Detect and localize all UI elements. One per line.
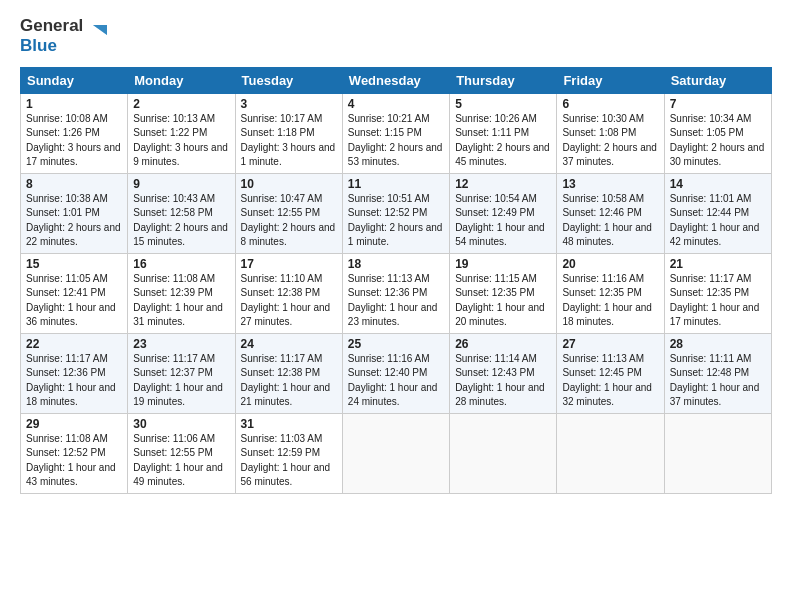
day-cell: 15Sunrise: 11:05 AM Sunset: 12:41 PM Day…	[21, 253, 128, 333]
day-cell: 29Sunrise: 11:08 AM Sunset: 12:52 PM Day…	[21, 413, 128, 493]
day-number: 29	[26, 417, 122, 431]
day-info: Sunrise: 11:17 AM Sunset: 12:36 PM Dayli…	[26, 352, 122, 410]
day-info: Sunrise: 10:43 AM Sunset: 12:58 PM Dayli…	[133, 192, 229, 250]
day-cell: 8Sunrise: 10:38 AM Sunset: 1:01 PM Dayli…	[21, 173, 128, 253]
day-number: 23	[133, 337, 229, 351]
day-cell: 5Sunrise: 10:26 AM Sunset: 1:11 PM Dayli…	[450, 93, 557, 173]
day-cell: 6Sunrise: 10:30 AM Sunset: 1:08 PM Dayli…	[557, 93, 664, 173]
day-cell: 31Sunrise: 11:03 AM Sunset: 12:59 PM Day…	[235, 413, 342, 493]
day-number: 18	[348, 257, 444, 271]
day-number: 30	[133, 417, 229, 431]
logo-general: General	[20, 16, 83, 35]
day-cell: 24Sunrise: 11:17 AM Sunset: 12:38 PM Day…	[235, 333, 342, 413]
day-info: Sunrise: 10:47 AM Sunset: 12:55 PM Dayli…	[241, 192, 337, 250]
week-row-2: 8Sunrise: 10:38 AM Sunset: 1:01 PM Dayli…	[21, 173, 772, 253]
logo-container: General Blue	[20, 16, 107, 57]
day-info: Sunrise: 10:08 AM Sunset: 1:26 PM Daylig…	[26, 112, 122, 170]
day-cell: 3Sunrise: 10:17 AM Sunset: 1:18 PM Dayli…	[235, 93, 342, 173]
header-cell-thursday: Thursday	[450, 67, 557, 93]
day-info: Sunrise: 10:54 AM Sunset: 12:49 PM Dayli…	[455, 192, 551, 250]
day-number: 15	[26, 257, 122, 271]
day-cell: 19Sunrise: 11:15 AM Sunset: 12:35 PM Day…	[450, 253, 557, 333]
day-cell	[342, 413, 449, 493]
header-cell-sunday: Sunday	[21, 67, 128, 93]
day-cell: 17Sunrise: 11:10 AM Sunset: 12:38 PM Day…	[235, 253, 342, 333]
day-info: Sunrise: 11:17 AM Sunset: 12:37 PM Dayli…	[133, 352, 229, 410]
day-cell: 20Sunrise: 11:16 AM Sunset: 12:35 PM Day…	[557, 253, 664, 333]
day-info: Sunrise: 11:16 AM Sunset: 12:35 PM Dayli…	[562, 272, 658, 330]
header-cell-tuesday: Tuesday	[235, 67, 342, 93]
day-cell: 1Sunrise: 10:08 AM Sunset: 1:26 PM Dayli…	[21, 93, 128, 173]
day-cell: 11Sunrise: 10:51 AM Sunset: 12:52 PM Day…	[342, 173, 449, 253]
day-cell: 4Sunrise: 10:21 AM Sunset: 1:15 PM Dayli…	[342, 93, 449, 173]
logo-blue: Blue	[20, 36, 57, 55]
day-number: 9	[133, 177, 229, 191]
day-info: Sunrise: 10:17 AM Sunset: 1:18 PM Daylig…	[241, 112, 337, 170]
day-info: Sunrise: 10:21 AM Sunset: 1:15 PM Daylig…	[348, 112, 444, 170]
day-cell: 9Sunrise: 10:43 AM Sunset: 12:58 PM Dayl…	[128, 173, 235, 253]
logo-text: General Blue	[20, 16, 83, 57]
day-info: Sunrise: 11:01 AM Sunset: 12:44 PM Dayli…	[670, 192, 766, 250]
day-cell: 2Sunrise: 10:13 AM Sunset: 1:22 PM Dayli…	[128, 93, 235, 173]
week-row-5: 29Sunrise: 11:08 AM Sunset: 12:52 PM Day…	[21, 413, 772, 493]
day-info: Sunrise: 11:03 AM Sunset: 12:59 PM Dayli…	[241, 432, 337, 490]
day-cell: 22Sunrise: 11:17 AM Sunset: 12:36 PM Day…	[21, 333, 128, 413]
day-info: Sunrise: 11:13 AM Sunset: 12:36 PM Dayli…	[348, 272, 444, 330]
day-info: Sunrise: 11:15 AM Sunset: 12:35 PM Dayli…	[455, 272, 551, 330]
day-info: Sunrise: 11:13 AM Sunset: 12:45 PM Dayli…	[562, 352, 658, 410]
day-info: Sunrise: 11:14 AM Sunset: 12:43 PM Dayli…	[455, 352, 551, 410]
day-info: Sunrise: 11:10 AM Sunset: 12:38 PM Dayli…	[241, 272, 337, 330]
day-number: 26	[455, 337, 551, 351]
header-cell-saturday: Saturday	[664, 67, 771, 93]
day-info: Sunrise: 11:05 AM Sunset: 12:41 PM Dayli…	[26, 272, 122, 330]
week-row-1: 1Sunrise: 10:08 AM Sunset: 1:26 PM Dayli…	[21, 93, 772, 173]
logo: General Blue	[20, 16, 107, 57]
day-cell: 26Sunrise: 11:14 AM Sunset: 12:43 PM Day…	[450, 333, 557, 413]
day-number: 25	[348, 337, 444, 351]
header-row: SundayMondayTuesdayWednesdayThursdayFrid…	[21, 67, 772, 93]
day-cell	[450, 413, 557, 493]
day-number: 4	[348, 97, 444, 111]
day-info: Sunrise: 10:30 AM Sunset: 1:08 PM Daylig…	[562, 112, 658, 170]
calendar-table: SundayMondayTuesdayWednesdayThursdayFrid…	[20, 67, 772, 494]
day-number: 14	[670, 177, 766, 191]
day-number: 5	[455, 97, 551, 111]
day-number: 22	[26, 337, 122, 351]
day-info: Sunrise: 11:16 AM Sunset: 12:40 PM Dayli…	[348, 352, 444, 410]
day-info: Sunrise: 10:26 AM Sunset: 1:11 PM Daylig…	[455, 112, 551, 170]
day-cell: 13Sunrise: 10:58 AM Sunset: 12:46 PM Day…	[557, 173, 664, 253]
day-number: 7	[670, 97, 766, 111]
day-cell: 27Sunrise: 11:13 AM Sunset: 12:45 PM Day…	[557, 333, 664, 413]
day-info: Sunrise: 10:58 AM Sunset: 12:46 PM Dayli…	[562, 192, 658, 250]
day-cell: 28Sunrise: 11:11 AM Sunset: 12:48 PM Day…	[664, 333, 771, 413]
day-cell: 14Sunrise: 11:01 AM Sunset: 12:44 PM Day…	[664, 173, 771, 253]
day-number: 6	[562, 97, 658, 111]
day-cell: 18Sunrise: 11:13 AM Sunset: 12:36 PM Day…	[342, 253, 449, 333]
day-cell: 12Sunrise: 10:54 AM Sunset: 12:49 PM Day…	[450, 173, 557, 253]
day-info: Sunrise: 10:34 AM Sunset: 1:05 PM Daylig…	[670, 112, 766, 170]
day-info: Sunrise: 10:51 AM Sunset: 12:52 PM Dayli…	[348, 192, 444, 250]
day-number: 2	[133, 97, 229, 111]
day-cell: 10Sunrise: 10:47 AM Sunset: 12:55 PM Day…	[235, 173, 342, 253]
day-cell	[664, 413, 771, 493]
day-info: Sunrise: 11:08 AM Sunset: 12:52 PM Dayli…	[26, 432, 122, 490]
day-number: 10	[241, 177, 337, 191]
day-cell: 23Sunrise: 11:17 AM Sunset: 12:37 PM Day…	[128, 333, 235, 413]
day-info: Sunrise: 11:17 AM Sunset: 12:35 PM Dayli…	[670, 272, 766, 330]
day-cell: 16Sunrise: 11:08 AM Sunset: 12:39 PM Day…	[128, 253, 235, 333]
day-number: 13	[562, 177, 658, 191]
day-cell	[557, 413, 664, 493]
day-number: 31	[241, 417, 337, 431]
day-cell: 30Sunrise: 11:06 AM Sunset: 12:55 PM Day…	[128, 413, 235, 493]
day-number: 17	[241, 257, 337, 271]
day-number: 21	[670, 257, 766, 271]
day-number: 16	[133, 257, 229, 271]
day-info: Sunrise: 11:06 AM Sunset: 12:55 PM Dayli…	[133, 432, 229, 490]
day-number: 1	[26, 97, 122, 111]
day-info: Sunrise: 10:13 AM Sunset: 1:22 PM Daylig…	[133, 112, 229, 170]
day-cell: 25Sunrise: 11:16 AM Sunset: 12:40 PM Day…	[342, 333, 449, 413]
day-number: 24	[241, 337, 337, 351]
day-cell: 7Sunrise: 10:34 AM Sunset: 1:05 PM Dayli…	[664, 93, 771, 173]
day-number: 27	[562, 337, 658, 351]
day-number: 20	[562, 257, 658, 271]
